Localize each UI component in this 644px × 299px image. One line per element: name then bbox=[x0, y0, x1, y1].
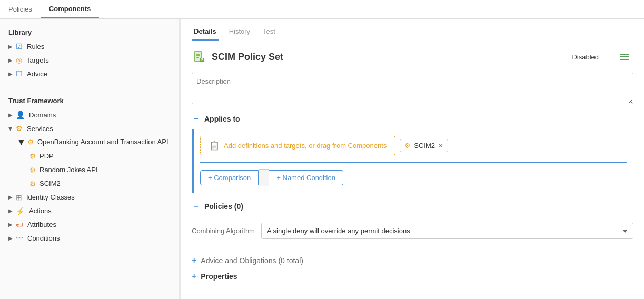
disabled-label: Disabled bbox=[572, 53, 599, 61]
sidebar-item-rules[interactable]: ▶ ☑ Rules bbox=[0, 39, 179, 53]
properties-label: Properties bbox=[201, 272, 237, 281]
rules-arrow: ▶ bbox=[8, 44, 13, 49]
library-section: Library ▶ ☑ Rules ▶ ◎ Targets ▶ ☐ Advice bbox=[0, 19, 179, 87]
group-icon: ⊞ bbox=[16, 193, 22, 202]
sidebar-item-randomjokes[interactable]: ⚙ Random Jokes API bbox=[0, 163, 179, 177]
applies-to-targets: 📋 Add definitions and targets, or drag f… bbox=[200, 136, 627, 163]
content-header: S SCIM Policy Set Disabled bbox=[192, 49, 633, 64]
nav-components[interactable]: Components bbox=[41, 0, 99, 18]
tab-details[interactable]: Details bbox=[192, 27, 219, 41]
sidebar-item-targets[interactable]: ▶ ◎ Targets bbox=[0, 53, 179, 67]
page-title: SCIM Policy Set bbox=[212, 52, 283, 63]
advice-arrow: ▶ bbox=[8, 71, 13, 77]
sidebar-item-pdp[interactable]: ⚙ PDP bbox=[0, 150, 179, 163]
policy-icon-svg: S bbox=[193, 51, 205, 63]
person-icon: 👤 bbox=[16, 111, 25, 119]
sidebar-item-actions[interactable]: ▶ ⚡ Actions bbox=[0, 204, 179, 218]
openbanking-arrow: ▶ bbox=[18, 139, 26, 145]
nav-policies[interactable]: Policies bbox=[0, 0, 41, 18]
wave-icon: 〰 bbox=[16, 234, 23, 243]
checkbox-icon: ☑ bbox=[16, 42, 23, 51]
attributes-arrow: ▶ bbox=[8, 222, 13, 227]
combining-algorithm-select[interactable]: A single deny will override any permit d… bbox=[261, 223, 633, 239]
properties-section: + Properties bbox=[192, 272, 633, 281]
services-gear-icon: ⚙ bbox=[16, 124, 23, 133]
library-header: Library bbox=[0, 25, 179, 39]
combining-algorithm-row: Combining Algorithm A single deny will o… bbox=[192, 218, 633, 243]
named-condition-button[interactable]: + Named Condition bbox=[269, 170, 343, 185]
policies-toggle[interactable]: − bbox=[192, 202, 200, 211]
advice-expand-btn[interactable]: + bbox=[192, 256, 196, 265]
condition-separator: — bbox=[259, 169, 269, 186]
applies-to-toggle[interactable]: − bbox=[192, 114, 200, 124]
actions-arrow: ▶ bbox=[8, 208, 13, 214]
properties-expand-btn[interactable]: + bbox=[192, 272, 196, 281]
hamburger-line-3 bbox=[620, 59, 629, 60]
condition-buttons-group: + Comparison — + Named Condition bbox=[200, 169, 627, 186]
lightning-icon: ⚡ bbox=[16, 207, 25, 215]
hamburger-line-1 bbox=[620, 54, 629, 55]
sidebar-item-conditions[interactable]: ▶ 〰 Conditions bbox=[0, 232, 179, 245]
tab-history[interactable]: History bbox=[227, 27, 252, 41]
policy-set-icon: S bbox=[192, 49, 206, 64]
comparison-button[interactable]: + Comparison bbox=[200, 170, 259, 185]
header-controls: Disabled bbox=[572, 51, 633, 63]
identity-arrow: ▶ bbox=[8, 194, 13, 200]
pdp-gear-icon: ⚙ bbox=[29, 152, 36, 161]
scim2-tag: ⚙ SCIM2 ✕ bbox=[400, 139, 448, 152]
policies-header: − Policies (0) bbox=[192, 202, 633, 211]
sidebar-item-scim2[interactable]: ⚙ SCIM2 bbox=[0, 177, 179, 191]
openbanking-gear-icon: ⚙ bbox=[27, 138, 34, 146]
targets-arrow: ▶ bbox=[8, 57, 13, 63]
sidebar: Library ▶ ☑ Rules ▶ ◎ Targets ▶ ☐ Advice bbox=[0, 19, 179, 299]
domains-arrow: ▶ bbox=[8, 112, 13, 118]
comment-icon: ☐ bbox=[16, 69, 23, 78]
hamburger-line-2 bbox=[620, 56, 629, 57]
trust-framework-header: Trust Framework bbox=[0, 94, 179, 108]
tag-icon: 🏷 bbox=[16, 221, 23, 229]
randomjokes-gear-icon: ⚙ bbox=[29, 166, 36, 174]
tab-test[interactable]: Test bbox=[261, 27, 278, 41]
scim2-tag-close[interactable]: ✕ bbox=[438, 142, 443, 150]
svg-text:S: S bbox=[201, 58, 204, 62]
hamburger-menu-button[interactable] bbox=[616, 51, 633, 63]
sidebar-item-advice[interactable]: ▶ ☐ Advice bbox=[0, 67, 179, 81]
main-content: Details History Test bbox=[181, 19, 644, 299]
sidebar-item-attributes[interactable]: ▶ 🏷 Attributes bbox=[0, 218, 179, 232]
sidebar-item-identity-classes[interactable]: ▶ ⊞ Identity Classes bbox=[0, 191, 179, 204]
disabled-checkbox[interactable] bbox=[603, 53, 611, 61]
add-definitions-icon: 📋 bbox=[209, 141, 220, 151]
scim2-tag-label: SCIM2 bbox=[414, 142, 435, 150]
sidebar-item-services[interactable]: ▶ ⚙ Services bbox=[0, 122, 179, 135]
applies-to-header: − Applies to bbox=[192, 114, 633, 124]
services-arrow: ▶ bbox=[8, 126, 14, 131]
scim2-gear-icon: ⚙ bbox=[29, 180, 36, 188]
trust-framework-section: Trust Framework ▶ 👤 Domains ▶ ⚙ Services… bbox=[0, 87, 179, 252]
combining-label: Combining Algorithm bbox=[192, 227, 255, 235]
sidebar-item-domains[interactable]: ▶ 👤 Domains bbox=[0, 108, 179, 122]
policies-content: Combining Algorithm A single deny will o… bbox=[192, 216, 633, 250]
sidebar-item-openbanking[interactable]: ▶ ⚙ OpenBanking Account and Transaction … bbox=[0, 135, 179, 150]
advice-label: Advice and Obligations (0 total) bbox=[201, 256, 303, 265]
scim2-tag-icon: ⚙ bbox=[404, 142, 411, 150]
detail-tabs: Details History Test bbox=[192, 27, 633, 41]
conditions-arrow: ▶ bbox=[8, 235, 13, 241]
target-icon: ◎ bbox=[16, 56, 22, 64]
title-area: S SCIM Policy Set bbox=[192, 49, 283, 64]
advice-section: + Advice and Obligations (0 total) bbox=[192, 256, 633, 265]
add-definitions-button[interactable]: 📋 Add definitions and targets, or drag f… bbox=[200, 136, 395, 155]
applies-to-box: 📋 Add definitions and targets, or drag f… bbox=[192, 129, 633, 193]
description-input[interactable] bbox=[192, 73, 633, 104]
